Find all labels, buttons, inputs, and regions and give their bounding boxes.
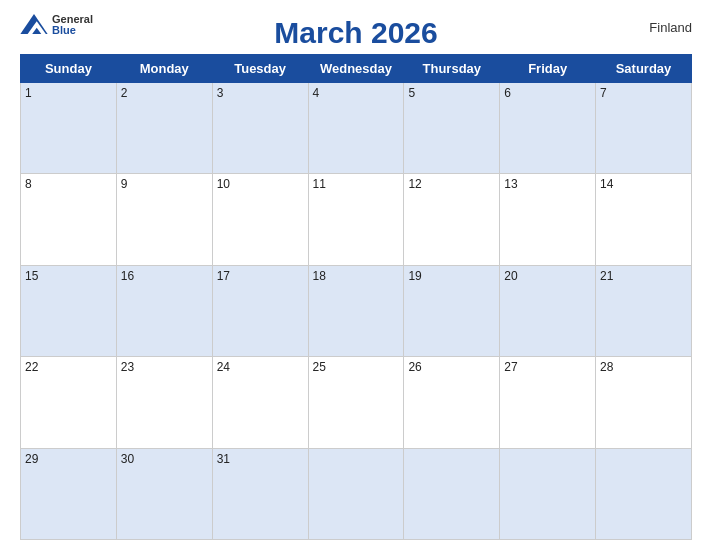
day-number: 1 <box>25 86 32 100</box>
day-number: 17 <box>217 269 230 283</box>
country-label: Finland <box>649 20 692 35</box>
calendar-day-cell: 3 <box>212 83 308 174</box>
day-number: 30 <box>121 452 134 466</box>
calendar-day-cell: 19 <box>404 265 500 356</box>
calendar-header: General Blue March 2026 Finland <box>20 10 692 50</box>
calendar-day-cell: 16 <box>116 265 212 356</box>
calendar-day-cell: 27 <box>500 357 596 448</box>
day-number: 7 <box>600 86 607 100</box>
day-number: 10 <box>217 177 230 191</box>
calendar-day-cell: 21 <box>596 265 692 356</box>
day-number: 4 <box>313 86 320 100</box>
day-number: 5 <box>408 86 415 100</box>
calendar-day-cell: 23 <box>116 357 212 448</box>
day-number: 23 <box>121 360 134 374</box>
day-number: 24 <box>217 360 230 374</box>
calendar-day-cell: 24 <box>212 357 308 448</box>
calendar-week-row: 15161718192021 <box>21 265 692 356</box>
calendar-body: 1234567891011121314151617181920212223242… <box>21 83 692 540</box>
calendar-day-cell: 15 <box>21 265 117 356</box>
calendar-day-cell: 25 <box>308 357 404 448</box>
calendar-day-cell: 18 <box>308 265 404 356</box>
calendar-week-row: 1234567 <box>21 83 692 174</box>
day-number: 27 <box>504 360 517 374</box>
calendar-day-cell: 30 <box>116 448 212 539</box>
day-number: 2 <box>121 86 128 100</box>
logo: General Blue <box>20 14 93 36</box>
calendar-day-cell: 9 <box>116 174 212 265</box>
calendar-day-cell <box>596 448 692 539</box>
calendar-title: March 2026 <box>274 16 437 50</box>
day-number: 12 <box>408 177 421 191</box>
day-number: 20 <box>504 269 517 283</box>
day-number: 8 <box>25 177 32 191</box>
day-number: 25 <box>313 360 326 374</box>
calendar-day-cell <box>500 448 596 539</box>
calendar-day-cell <box>308 448 404 539</box>
day-number: 26 <box>408 360 421 374</box>
day-number: 29 <box>25 452 38 466</box>
calendar-day-cell: 29 <box>21 448 117 539</box>
day-number: 22 <box>25 360 38 374</box>
calendar-week-row: 891011121314 <box>21 174 692 265</box>
header-friday: Friday <box>500 55 596 83</box>
day-number: 16 <box>121 269 134 283</box>
calendar-day-cell: 14 <box>596 174 692 265</box>
day-number: 15 <box>25 269 38 283</box>
calendar-day-cell: 8 <box>21 174 117 265</box>
calendar-week-row: 293031 <box>21 448 692 539</box>
header-sunday: Sunday <box>21 55 117 83</box>
calendar-day-cell: 31 <box>212 448 308 539</box>
calendar-day-cell: 10 <box>212 174 308 265</box>
day-number: 19 <box>408 269 421 283</box>
logo-icon <box>20 14 48 34</box>
day-number: 3 <box>217 86 224 100</box>
calendar-day-cell: 17 <box>212 265 308 356</box>
day-number: 9 <box>121 177 128 191</box>
day-number: 21 <box>600 269 613 283</box>
calendar-day-cell: 1 <box>21 83 117 174</box>
calendar-day-cell: 4 <box>308 83 404 174</box>
weekday-header-row: Sunday Monday Tuesday Wednesday Thursday… <box>21 55 692 83</box>
calendar-table: Sunday Monday Tuesday Wednesday Thursday… <box>20 54 692 540</box>
day-number: 13 <box>504 177 517 191</box>
logo-blue: Blue <box>52 25 93 36</box>
calendar-day-cell: 20 <box>500 265 596 356</box>
calendar-day-cell: 12 <box>404 174 500 265</box>
calendar-day-cell: 13 <box>500 174 596 265</box>
calendar-day-cell: 7 <box>596 83 692 174</box>
calendar-day-cell: 26 <box>404 357 500 448</box>
day-number: 14 <box>600 177 613 191</box>
day-number: 6 <box>504 86 511 100</box>
day-number: 31 <box>217 452 230 466</box>
calendar-day-cell: 5 <box>404 83 500 174</box>
calendar-day-cell: 2 <box>116 83 212 174</box>
header-thursday: Thursday <box>404 55 500 83</box>
header-monday: Monday <box>116 55 212 83</box>
calendar-day-cell: 22 <box>21 357 117 448</box>
calendar-day-cell: 6 <box>500 83 596 174</box>
day-number: 11 <box>313 177 326 191</box>
calendar-week-row: 22232425262728 <box>21 357 692 448</box>
day-number: 28 <box>600 360 613 374</box>
header-saturday: Saturday <box>596 55 692 83</box>
calendar-day-cell <box>404 448 500 539</box>
calendar-day-cell: 28 <box>596 357 692 448</box>
header-tuesday: Tuesday <box>212 55 308 83</box>
header-wednesday: Wednesday <box>308 55 404 83</box>
day-number: 18 <box>313 269 326 283</box>
calendar-day-cell: 11 <box>308 174 404 265</box>
